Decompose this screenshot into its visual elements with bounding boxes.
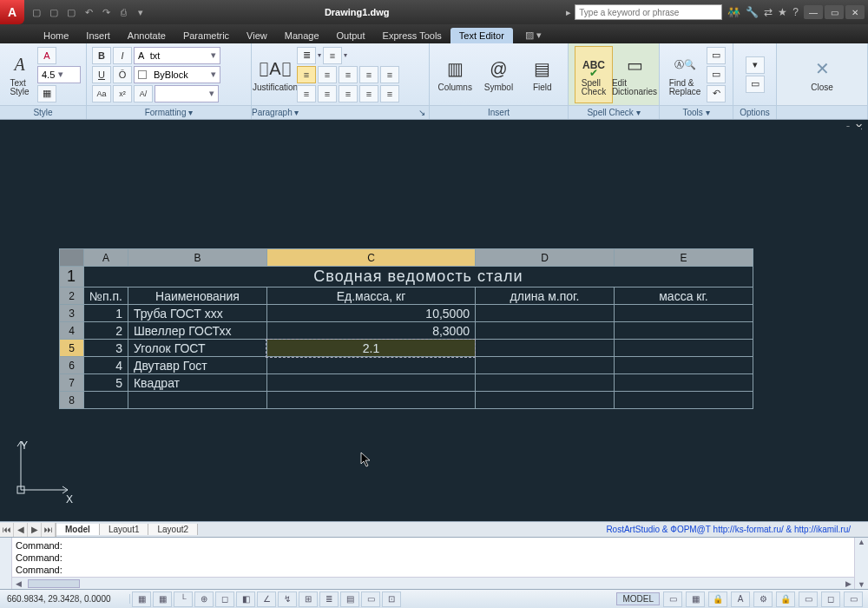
cell-b6[interactable]: Двутавр Гост xyxy=(128,357,266,374)
header-length[interactable]: длина м.пог. xyxy=(475,287,614,305)
italic-button[interactable]: I xyxy=(113,47,132,64)
ortho-toggle[interactable]: └ xyxy=(174,591,193,607)
find-replace-button[interactable]: Ⓐ🔍Find &Replace xyxy=(667,46,703,103)
layout-tab-model[interactable]: Model xyxy=(56,524,100,535)
undo-button[interactable]: ↶ xyxy=(707,85,726,102)
close-editor-button[interactable]: ✕Close xyxy=(804,46,840,103)
model-space-button[interactable]: MODEL xyxy=(616,592,660,605)
cell-e6[interactable] xyxy=(614,357,753,374)
cell-d3[interactable] xyxy=(475,305,614,322)
credit-link[interactable]: RostArtStudio & ФОРМ@Т http://ks-format.… xyxy=(606,525,851,534)
cell-d4[interactable] xyxy=(475,322,614,340)
command-vscroll[interactable]: ▲▼ xyxy=(854,538,868,589)
color-combo[interactable]: ByBlock▾ xyxy=(134,66,220,83)
more-options-button[interactable]: ▭ xyxy=(707,47,726,64)
cell-b8[interactable] xyxy=(128,392,266,409)
overline-button[interactable]: Ō xyxy=(113,66,132,83)
tab-express-tools[interactable]: Express Tools xyxy=(374,28,450,43)
status-grid-button[interactable]: ▦ xyxy=(686,591,705,607)
cell-b4[interactable]: Швеллер ГОСТхх xyxy=(128,322,266,340)
row-header-4[interactable]: 4 xyxy=(60,322,84,340)
oblique-combo[interactable]: ▾ xyxy=(155,85,219,102)
cell-c6[interactable] xyxy=(266,357,475,374)
cell-d8[interactable] xyxy=(475,392,614,409)
exchange-icon[interactable]: ⇄ xyxy=(764,6,773,18)
qat-more-icon[interactable]: ▾ xyxy=(134,5,148,19)
cell-b7[interactable]: Квадрат xyxy=(128,374,266,392)
osnap-toggle[interactable]: ◻ xyxy=(215,591,234,607)
align-right-button[interactable]: ≡ xyxy=(339,66,358,83)
maximize-button[interactable]: ▭ xyxy=(825,5,844,19)
tab-insert[interactable]: Insert xyxy=(77,28,119,43)
lwt-toggle[interactable]: ≣ xyxy=(319,591,339,607)
edit-dictionaries-button[interactable]: ▭EditDictionaries xyxy=(616,46,653,103)
polar-toggle[interactable]: ⊕ xyxy=(194,591,214,607)
help-search-input[interactable] xyxy=(575,4,722,20)
col-header-a[interactable]: A xyxy=(84,249,128,267)
cell-a7[interactable]: 5 xyxy=(84,374,128,392)
status-scale-button[interactable]: A xyxy=(731,591,750,607)
cell-b3[interactable]: Труба ГОСТ ххх xyxy=(128,305,266,322)
justification-button[interactable]: ⌷A⌷ Justification xyxy=(257,46,293,103)
table-title-cell[interactable]: Сводная ведомость стали xyxy=(84,267,753,287)
panel-title-options[interactable]: Options xyxy=(733,105,776,119)
spellcheck-button[interactable]: ABC✔SpellCheck xyxy=(575,46,613,103)
text-style-button[interactable]: A TextStyle xyxy=(5,46,34,103)
3dosnap-toggle[interactable]: ◧ xyxy=(236,591,255,607)
bullets-button[interactable]: ≣ xyxy=(297,47,316,64)
layout-tab-layout2[interactable]: Layout2 xyxy=(148,524,198,535)
coordinates-readout[interactable]: 660.9834, 29.3428, 0.0000 xyxy=(0,594,130,604)
header-name[interactable]: Наименования xyxy=(128,287,266,305)
row-header-8[interactable]: 8 xyxy=(60,392,84,409)
qat-undo-icon[interactable]: ↶ xyxy=(82,5,95,19)
cell-e5[interactable] xyxy=(614,340,753,357)
font-size-combo[interactable]: 4.5▾ xyxy=(37,66,81,83)
tab-text-editor[interactable]: Text Editor xyxy=(450,28,513,43)
ruler-button[interactable]: ▭ xyxy=(707,66,726,83)
row-header-5[interactable]: 5 xyxy=(60,340,84,357)
valign-bot-button[interactable]: ≡ xyxy=(339,85,358,102)
qat-open-icon[interactable]: ▢ xyxy=(47,5,61,19)
grid-toggle[interactable]: ▦ xyxy=(153,591,172,607)
cell-e3[interactable] xyxy=(614,305,753,322)
tab-parametric[interactable]: Parametric xyxy=(174,28,238,43)
annotation-scale-button[interactable]: 🔒 xyxy=(708,591,727,607)
row-header-3[interactable]: 3 xyxy=(60,305,84,322)
cell-a3[interactable]: 1 xyxy=(84,305,128,322)
cell-a4[interactable]: 2 xyxy=(84,322,128,340)
layout-next-button[interactable]: ▶ xyxy=(28,523,42,537)
layout-tab-layout1[interactable]: Layout1 xyxy=(100,524,149,535)
panel-title-tools[interactable]: Tools ▾ xyxy=(660,105,733,119)
clean-screen-button[interactable]: ▭ xyxy=(844,591,863,607)
col-header-b[interactable]: B xyxy=(128,249,266,267)
panel-title-spellcheck[interactable]: Spell Check ▾ xyxy=(569,105,659,119)
minimize-button[interactable]: — xyxy=(804,5,823,19)
align-center-button[interactable]: ≡ xyxy=(318,66,337,83)
field-button[interactable]: ▤Field xyxy=(524,46,561,103)
col-header-c[interactable]: C xyxy=(266,249,475,267)
cell-c7[interactable] xyxy=(266,374,475,392)
hscroll-thumb[interactable] xyxy=(28,579,80,588)
row-header-6[interactable]: 6 xyxy=(60,357,84,374)
row-header-7[interactable]: 7 xyxy=(60,374,84,392)
sub-sup-button[interactable]: x² xyxy=(113,85,132,102)
layout-first-button[interactable]: ⏮ xyxy=(0,523,14,537)
toolbar-lock-button[interactable]: 🔒 xyxy=(776,591,795,607)
cell-c8[interactable] xyxy=(266,392,475,409)
cell-d7[interactable] xyxy=(475,374,614,392)
options-b-button[interactable]: ▭ xyxy=(746,76,765,93)
valign-dist-button[interactable]: ≡ xyxy=(380,85,399,102)
qat-new-icon[interactable]: ▢ xyxy=(30,5,43,19)
otrack-toggle[interactable]: ∠ xyxy=(257,591,276,607)
symbol-button[interactable]: @Symbol xyxy=(480,46,516,103)
cell-e4[interactable] xyxy=(614,322,753,340)
hardware-accel-button[interactable]: ▭ xyxy=(799,591,818,607)
dyn-toggle[interactable]: ⊞ xyxy=(299,591,318,607)
snap-toggle[interactable]: ▦ xyxy=(132,591,151,607)
tpy-toggle[interactable]: ▤ xyxy=(340,591,359,607)
options-a-button[interactable]: ▾ xyxy=(746,56,765,74)
row-header-2[interactable]: 2 xyxy=(60,287,84,305)
panel-title-formatting[interactable]: Formatting ▾ xyxy=(87,105,251,119)
cell-c5-editing[interactable]: 2.1 xyxy=(266,340,475,357)
steel-summary-table[interactable]: A B C D E 1 Сводная ведомость стали 2 №п… xyxy=(59,248,753,409)
